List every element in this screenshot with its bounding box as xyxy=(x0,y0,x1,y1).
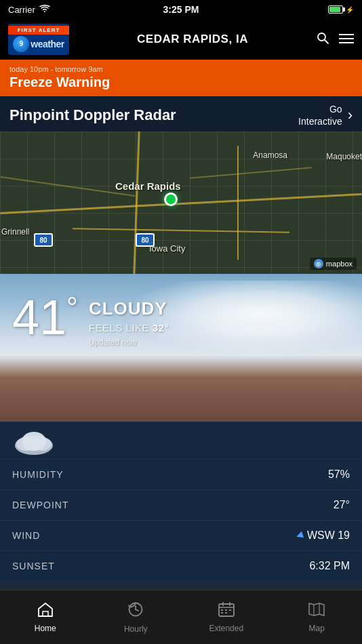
temperature-unit: ° xyxy=(66,291,78,323)
interstate-80-left: 80 xyxy=(34,233,53,247)
carrier-label: Carrier xyxy=(8,5,35,15)
humidity-label: HUMIDITY xyxy=(12,469,64,480)
alert-banner: today 10pm - tomorrow 9am Freeze Warning xyxy=(0,60,362,96)
wind-arrow-icon xyxy=(295,531,304,540)
condition-label: CLOUDY xyxy=(89,298,169,319)
status-left: Carrier xyxy=(8,5,50,15)
radar-title: Pinpoint Doppler Radar xyxy=(9,106,176,124)
city-anamosa: Anamosa xyxy=(253,150,287,160)
map-nav-icon xyxy=(308,602,325,621)
radar-map[interactable]: Cedar Rapids Anamosa Maquoket Grinnell I… xyxy=(0,132,362,274)
nav-hourly[interactable]: Hourly xyxy=(91,590,182,644)
svg-marker-22 xyxy=(309,603,324,616)
feels-like-label: FEELS LIKE xyxy=(89,322,149,334)
go-interactive-button[interactable]: GoInteractive › xyxy=(298,103,353,127)
city-name: CEDAR RAPIDS, IA xyxy=(76,33,309,46)
clock-icon xyxy=(127,601,144,622)
bottom-navigation: Home Hourly xyxy=(0,590,362,644)
mapbox-credit: ◎ mapbox xyxy=(310,258,357,270)
logo-bottom-area: 9 weather xyxy=(12,35,65,54)
nav-extended[interactable]: Extended xyxy=(181,590,272,644)
logo-weather-text: weather xyxy=(31,39,64,49)
nav-map[interactable]: Map xyxy=(272,590,363,644)
road-v2 xyxy=(237,146,239,260)
logo-channel: 9 xyxy=(13,36,29,52)
radar-section: Pinpoint Doppler Radar GoInteractive › C… xyxy=(0,96,362,274)
charging-icon: ⚡ xyxy=(346,6,354,14)
city-grinnell: Grinnell xyxy=(1,227,29,237)
sunset-row: SUNSET 6:32 PM xyxy=(0,551,362,581)
feels-like-temp: 32° xyxy=(153,322,169,334)
weather-section: 41° CLOUDY FEELS LIKE 32° Updated now xyxy=(0,274,362,422)
home-icon xyxy=(37,602,54,621)
svg-point-8 xyxy=(22,432,46,451)
nav-home[interactable]: Home xyxy=(0,590,91,644)
alert-time: today 10pm - tomorrow 9am xyxy=(9,65,353,73)
app-logo: FIRST ALERT 9 weather xyxy=(8,24,69,55)
city-maquoketa: Maquoket xyxy=(326,152,362,161)
app-header: FIRST ALERT 9 weather CEDAR RAPIDS, IA xyxy=(0,19,362,60)
dewpoint-label: DEWPOINT xyxy=(12,500,68,510)
svg-rect-17 xyxy=(221,609,223,611)
svg-rect-19 xyxy=(229,609,231,611)
svg-rect-9 xyxy=(43,611,48,616)
logo-top-text: FIRST ALERT xyxy=(8,26,69,35)
conditions-area: CLOUDY FEELS LIKE 32° Updated now xyxy=(89,287,169,347)
nav-home-label: Home xyxy=(35,624,56,633)
wind-row: WIND WSW 19 xyxy=(0,521,362,551)
svg-line-1 xyxy=(325,39,329,43)
battery-icon: ⚡ xyxy=(328,5,354,14)
alert-title: Freeze Warning xyxy=(9,75,353,90)
mapbox-logo: ◎ xyxy=(314,259,323,268)
status-time: 3:25 PM xyxy=(163,4,199,15)
nav-hourly-label: Hourly xyxy=(124,624,148,634)
cloud-icon-row xyxy=(0,422,362,460)
wind-label: WIND xyxy=(12,530,40,541)
status-bar: Carrier 3:25 PM ⚡ xyxy=(0,0,362,19)
stats-panel: HUMIDITY 57% DEWPOINT 27° WIND WSW 19 SU… xyxy=(0,422,362,581)
svg-rect-18 xyxy=(225,609,227,611)
svg-line-12 xyxy=(136,609,138,611)
interstate-80-right: 80 xyxy=(136,233,155,247)
header-icons xyxy=(316,31,354,48)
menu-icon[interactable] xyxy=(339,32,354,47)
map-background: Cedar Rapids Anamosa Maquoket Grinnell I… xyxy=(0,132,362,274)
temperature-value: 41 xyxy=(12,290,66,344)
updated-time: Updated now xyxy=(89,338,169,347)
nav-map-label: Map xyxy=(309,624,325,633)
wifi-icon xyxy=(39,5,50,15)
search-icon[interactable] xyxy=(316,31,329,48)
radar-label-bar: Pinpoint Doppler Radar GoInteractive › xyxy=(0,96,362,132)
temperature-display: 41° xyxy=(12,293,78,342)
humidity-row: HUMIDITY 57% xyxy=(0,460,362,490)
sunset-value: 6:32 PM xyxy=(309,560,350,572)
humidity-value: 57% xyxy=(328,468,350,481)
city-cedar-rapids: Cedar Rapids xyxy=(115,180,181,192)
svg-rect-20 xyxy=(221,612,223,613)
cloud-icon xyxy=(12,426,56,455)
go-interactive-label: GoInteractive xyxy=(298,103,342,127)
city-iowa-city: Iowa City xyxy=(149,243,185,254)
chevron-right-icon: › xyxy=(348,106,353,124)
dewpoint-row: DEWPOINT 27° xyxy=(0,490,362,521)
sunset-label: SUNSET xyxy=(12,561,55,571)
dewpoint-value: 27° xyxy=(334,499,350,511)
status-right: ⚡ xyxy=(328,5,354,14)
feels-like: FEELS LIKE 32° xyxy=(89,322,169,334)
wind-value: WSW 19 xyxy=(296,529,350,542)
calendar-icon xyxy=(218,602,235,621)
svg-rect-21 xyxy=(225,612,227,613)
mapbox-label: mapbox xyxy=(326,260,353,268)
weather-content: 41° CLOUDY FEELS LIKE 32° Updated now xyxy=(0,274,362,358)
nav-extended-label: Extended xyxy=(209,624,243,633)
